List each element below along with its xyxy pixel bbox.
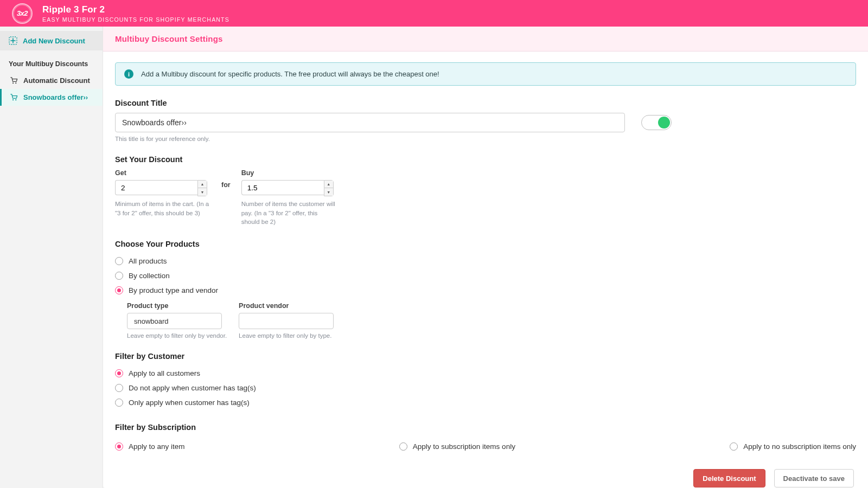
radio-icon xyxy=(115,369,123,377)
get-label: Get xyxy=(115,169,210,177)
get-helper: Minimum of items in the cart. (In a "3 f… xyxy=(115,200,210,217)
deactivate-to-save-button[interactable]: Deactivate to save xyxy=(774,469,854,487)
stepper-down-icon[interactable]: ▼ xyxy=(324,188,333,196)
subscription-radio-any[interactable]: Apply to any item xyxy=(115,439,185,454)
get-input[interactable] xyxy=(115,180,197,195)
radio-label: All products xyxy=(129,257,167,265)
app-logo: 3x2 xyxy=(12,3,33,24)
products-radio-all[interactable]: All products xyxy=(115,254,856,268)
product-type-helper: Leave empty to filter only by vendor. xyxy=(127,332,227,339)
product-type-label: Product type xyxy=(127,302,227,310)
get-stepper[interactable]: ▲ ▼ xyxy=(197,180,207,196)
radio-label: Apply to all customers xyxy=(129,369,200,377)
page-title-bar: Multibuy Discount Settings xyxy=(103,27,868,52)
add-grid-icon xyxy=(9,36,17,45)
customer-radio-all[interactable]: Apply to all customers xyxy=(115,366,856,381)
radio-icon xyxy=(115,286,123,294)
svg-point-3 xyxy=(12,99,14,100)
sidebar-item-label: Automatic Discount xyxy=(23,76,90,85)
svg-point-4 xyxy=(15,99,16,100)
subscription-radio-only[interactable]: Apply to subscription items only xyxy=(399,439,515,454)
info-icon: i xyxy=(124,69,133,79)
radio-label: Apply to no subscription items only xyxy=(743,442,856,451)
svg-point-1 xyxy=(12,82,14,84)
cart-icon xyxy=(10,76,18,85)
svg-point-2 xyxy=(15,82,16,84)
app-title: Ripple 3 For 2 xyxy=(42,4,229,15)
buy-input[interactable] xyxy=(241,180,324,195)
for-label: for xyxy=(221,169,231,227)
sidebar-item-snowboards-offer[interactable]: Snowboards offer›› xyxy=(0,89,103,106)
radio-icon xyxy=(115,272,123,280)
main-panel: Multibuy Discount Settings i Add a Multi… xyxy=(103,27,868,488)
radio-icon xyxy=(115,257,123,265)
sidebar-item-label: Snowboards offer›› xyxy=(23,93,88,101)
radio-label: Apply to subscription items only xyxy=(413,442,515,451)
page-title: Multibuy Discount Settings xyxy=(115,34,856,43)
products-radio-type-vendor[interactable]: By product type and vendor xyxy=(115,283,856,298)
radio-icon xyxy=(115,384,123,392)
radio-label: Apply to any item xyxy=(129,442,185,451)
product-type-input[interactable] xyxy=(127,313,222,329)
product-vendor-input[interactable] xyxy=(239,313,334,329)
app-header: 3x2 Ripple 3 For 2 EASY MULTIBUY DISCOUN… xyxy=(0,0,868,27)
stepper-up-icon[interactable]: ▲ xyxy=(198,181,207,188)
add-new-discount-button[interactable]: Add New Discount xyxy=(0,31,103,50)
radio-icon xyxy=(399,442,407,451)
radio-icon xyxy=(115,442,123,451)
customer-radio-not-tag[interactable]: Do not apply when customer has tag(s) xyxy=(115,381,856,395)
buy-helper: Number of items the customer will pay. (… xyxy=(241,200,337,227)
radio-icon xyxy=(730,442,738,451)
products-radio-collection[interactable]: By collection xyxy=(115,268,856,283)
product-vendor-helper: Leave empty to filter only by type. xyxy=(239,332,334,339)
buy-stepper[interactable]: ▲ ▼ xyxy=(324,180,334,196)
buy-label: Buy xyxy=(241,169,337,177)
set-discount-heading: Set Your Discount xyxy=(115,155,856,164)
cart-icon xyxy=(10,93,18,101)
product-vendor-label: Product vendor xyxy=(239,302,334,310)
products-heading: Choose Your Products xyxy=(115,240,856,248)
radio-icon xyxy=(115,399,123,407)
sidebar: Add New Discount Your Multibuy Discounts… xyxy=(0,27,103,488)
subscription-heading: Filter by Subscription xyxy=(115,423,856,432)
radio-label: Do not apply when customer has tag(s) xyxy=(129,384,256,392)
radio-label: By product type and vendor xyxy=(129,286,218,294)
sidebar-heading: Your Multibuy Discounts xyxy=(0,50,103,72)
info-banner: i Add a Multibuy discount for specific p… xyxy=(115,62,856,86)
radio-label: Only apply when customer has tag(s) xyxy=(129,399,250,407)
customer-radio-only-tag[interactable]: Only apply when customer has tag(s) xyxy=(115,395,856,410)
radio-label: By collection xyxy=(129,272,170,280)
subscription-radio-none[interactable]: Apply to no subscription items only xyxy=(730,439,856,454)
stepper-down-icon[interactable]: ▼ xyxy=(198,188,207,196)
app-subtitle: EASY MULTIBUY DISCOUNTS FOR SHOPIFY MERC… xyxy=(42,16,229,23)
discount-active-toggle[interactable] xyxy=(641,115,672,130)
delete-discount-button[interactable]: Delete Discount xyxy=(693,469,765,487)
add-new-discount-label: Add New Discount xyxy=(23,37,85,45)
stepper-up-icon[interactable]: ▲ xyxy=(324,181,333,188)
discount-title-heading: Discount Title xyxy=(115,99,856,107)
info-text: Add a Multibuy discount for specific pro… xyxy=(141,70,439,78)
discount-title-input[interactable] xyxy=(115,113,625,132)
customer-heading: Filter by Customer xyxy=(115,352,856,361)
discount-title-helper: This title is for your reference only. xyxy=(115,136,625,142)
sidebar-item-automatic-discount[interactable]: Automatic Discount xyxy=(0,72,103,89)
